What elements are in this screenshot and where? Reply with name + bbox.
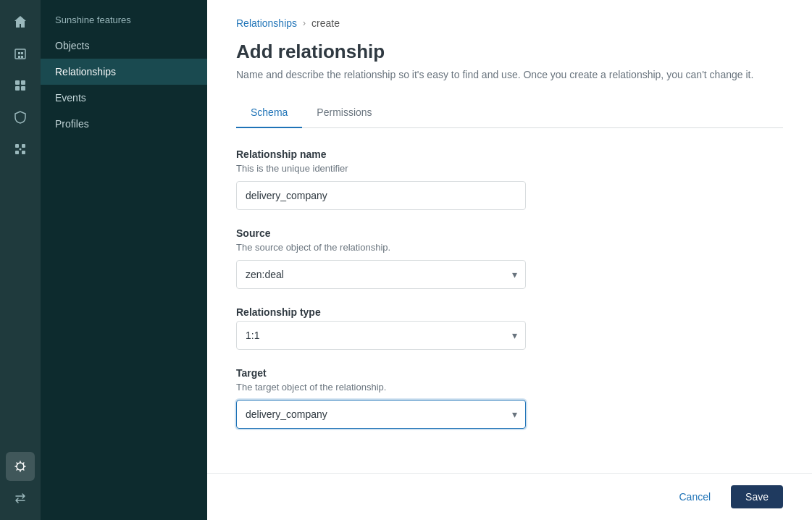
svg-rect-1 [18,52,20,54]
content-area: Relationships › create Add relationship … [207,0,812,473]
save-button[interactable]: Save [731,485,783,508]
breadcrumb: Relationships › create [236,17,783,29]
svg-rect-5 [15,80,20,85]
footer: Cancel Save [207,473,812,520]
relationship-name-hint: This is the unique identifier [236,163,783,174]
breadcrumb-current: create [311,17,340,29]
svg-point-13 [20,148,22,151]
main-content: Relationships › create Add relationship … [207,0,812,520]
source-hint: The source object of the relationship. [236,242,783,253]
sidebar-item-profiles[interactable]: Profiles [41,111,207,137]
tab-schema[interactable]: Schema [236,98,302,128]
target-label: Target [236,367,783,379]
breadcrumb-separator: › [303,18,306,28]
transfer-icon[interactable] [6,484,35,513]
svg-rect-10 [22,144,25,148]
svg-rect-11 [15,151,19,154]
sidebar: Sunshine features Objects Relationships … [41,0,207,520]
sunshine-icon[interactable] [6,452,35,481]
apps-icon[interactable] [6,135,35,164]
source-group: Source The source object of the relation… [236,227,783,289]
home-icon[interactable] [6,7,35,36]
tab-bar: Schema Permissions [236,98,783,128]
sidebar-item-events[interactable]: Events [41,85,207,111]
cancel-button[interactable]: Cancel [667,485,722,508]
svg-rect-4 [21,56,23,58]
svg-rect-9 [15,144,19,148]
relationship-type-select[interactable]: 1:1 1:N N:N [236,321,526,350]
svg-rect-2 [21,52,23,54]
page-title: Add relationship [236,41,783,63]
relationship-type-select-wrapper: 1:1 1:N N:N ▾ [236,321,526,350]
svg-rect-6 [21,80,25,85]
icon-rail [0,0,41,520]
source-select-wrapper: zen:deal zen:ticket zen:user ▾ [236,260,526,289]
svg-rect-7 [15,86,20,91]
tab-permissions[interactable]: Permissions [302,98,386,128]
grid-icon[interactable] [6,71,35,100]
relationship-name-input[interactable] [236,181,526,210]
source-select[interactable]: zen:deal zen:ticket zen:user [236,260,526,289]
shield-icon[interactable] [6,103,35,132]
sidebar-section-title: Sunshine features [41,0,207,33]
building-icon[interactable] [6,39,35,68]
sidebar-item-objects[interactable]: Objects [41,33,207,59]
target-select[interactable]: delivery_company zen:user zen:ticket [236,400,526,429]
svg-rect-3 [18,56,20,58]
svg-rect-12 [22,151,25,154]
relationship-type-label: Relationship type [236,306,783,318]
page-subtitle: Name and describe the relationship so it… [236,69,783,80]
target-group: Target The target object of the relation… [236,367,783,429]
sidebar-item-relationships[interactable]: Relationships [41,59,207,85]
relationship-name-label: Relationship name [236,148,783,160]
target-select-wrapper: delivery_company zen:user zen:ticket ▾ [236,400,526,429]
svg-rect-8 [21,86,25,91]
relationship-type-group: Relationship type 1:1 1:N N:N ▾ [236,306,783,350]
source-label: Source [236,227,783,239]
relationship-name-group: Relationship name This is the unique ide… [236,148,783,210]
breadcrumb-link[interactable]: Relationships [236,17,297,29]
target-hint: The target object of the relationship. [236,382,783,393]
